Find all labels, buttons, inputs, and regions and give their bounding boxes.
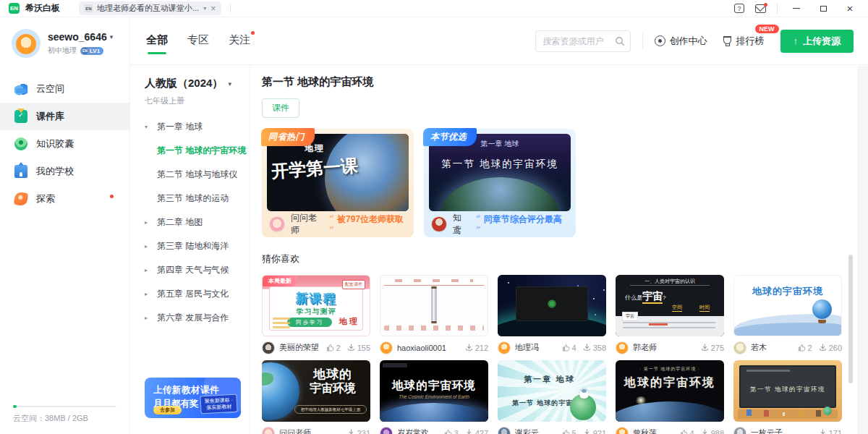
tree-section-1-3[interactable]: 第三节 地球的运动 — [157, 192, 250, 205]
author-name[interactable]: 问问老师 — [291, 212, 323, 237]
resource-card[interactable]: · 第一节 地球的宇宙环境 · 地球的宇宙环境 曾秋萍 4 988 — [616, 360, 724, 434]
tree-chapter-5[interactable]: ▸ 第五章 居民与文化 — [145, 288, 250, 300]
card-stats: 2 260 — [798, 344, 842, 352]
card-thumbnail[interactable] — [498, 275, 606, 336]
username[interactable]: seewo_6646 ▾ — [48, 31, 113, 43]
download-icon — [701, 429, 709, 434]
sidebar-item-courseware-library[interactable]: 课件库 — [0, 103, 129, 130]
card-stats: 275 — [701, 344, 724, 352]
resource-card[interactable]: 本周最新 配套课件 新课程 学习与测评 同步学习 地理 美丽的荣望 — [262, 275, 370, 355]
chevron-right-icon: ▸ — [145, 267, 150, 273]
author-name[interactable]: haoxiaoli0001 — [397, 344, 446, 352]
card-thumbnail[interactable]: 地球的宇宙环境 — [733, 275, 842, 336]
author-name[interactable]: 谢彩云 — [515, 427, 539, 434]
author-name[interactable]: 问问老师 — [279, 427, 311, 434]
author-name[interactable]: 一枚云子 — [751, 427, 783, 434]
card-stats: 3 427 — [444, 429, 488, 434]
mail-icon[interactable] — [755, 4, 766, 13]
main-content: 第一节 地球的宇宙环境 课件 同省热门 地理 开学第一课 问问老师 — [250, 65, 868, 434]
header-divider — [642, 33, 643, 49]
help-icon[interactable]: ? — [734, 4, 744, 13]
tab-zone[interactable]: 专区 — [187, 33, 209, 48]
tree-section-1-2[interactable]: 第二节 地球与地球仪 — [157, 169, 250, 181]
author-avatar[interactable] — [262, 341, 275, 354]
promo-banner[interactable]: 上传新教材课件 月月都有奖！ 去参加 聚焦新课标 · 落实新教材 — [145, 378, 241, 418]
cloud-icon — [14, 82, 27, 95]
author-avatar[interactable] — [431, 216, 447, 232]
chevron-right-icon: ▸ — [145, 315, 150, 321]
tab-following[interactable]: 关注 — [229, 33, 250, 48]
close-button[interactable]: × — [842, 2, 858, 15]
card-thumbnail[interactable]: 地球的宇宙环境 The Cosmic Environment of Earth — [380, 360, 488, 422]
earth-graphic — [616, 401, 724, 422]
card-thumbnail[interactable]: 一、人类对宇宙的认识 什么是宇宙? 空间 时间 宇宙 — [616, 275, 724, 336]
author-name[interactable]: 若木 — [751, 342, 767, 353]
resource-card[interactable]: 地球的宇宙环境 若木 2 260 — [733, 275, 842, 355]
card-thumbnail[interactable]: 第一节 地球的宇宙环境 — [733, 360, 842, 422]
download-count: 988 — [701, 429, 724, 434]
notification-dot — [251, 31, 255, 35]
author-avatar[interactable] — [733, 341, 746, 354]
author-avatar[interactable] — [380, 427, 393, 434]
vertical-scrollbar[interactable] — [848, 255, 853, 383]
resource-card[interactable]: 第一章 地球 第一节 地球的宇宙环境 谢彩云 5 921 — [498, 360, 606, 434]
author-name[interactable]: 知鸢 — [453, 212, 470, 237]
author-avatar[interactable] — [616, 427, 629, 434]
author-name[interactable]: 地理冯 — [515, 342, 539, 353]
card-thumbnail[interactable]: · 第一节 地球的宇宙环境 · 地球的宇宙环境 — [616, 360, 724, 422]
document-tab[interactable]: EN 地理老师必看的互动课堂小... ▾ × — [79, 1, 221, 15]
maximize-button[interactable] — [815, 2, 831, 15]
author-avatar[interactable] — [269, 216, 285, 232]
user-avatar[interactable] — [12, 29, 41, 58]
tree-chapter-4[interactable]: ▸ 第四章 天气与气候 — [145, 264, 250, 276]
tree-chapter-3[interactable]: ▸ 第三章 陆地和海洋 — [145, 240, 250, 252]
author-name[interactable]: 美丽的荣望 — [279, 342, 319, 353]
featured-card-top-pick[interactable]: 本节优选 第一章 地球 第一节 地球的宇宙环境 知鸢 同章节综合评分最高 — [424, 129, 576, 237]
author-avatar[interactable] — [262, 427, 275, 434]
card-thumbnail[interactable]: 第一章 地球 第一节 地球的宇宙环境 — [498, 360, 606, 422]
creator-center-button[interactable]: 创作中心 — [655, 35, 707, 48]
ranking-button[interactable]: 排行榜 NEW — [722, 35, 765, 48]
resource-card[interactable]: haoxiaoli0001 212 — [380, 275, 488, 355]
author-name[interactable]: 郭老师 — [633, 342, 657, 353]
sidebar-item-explore[interactable]: 探索 — [0, 185, 129, 213]
tab-close-icon[interactable]: × — [210, 4, 216, 13]
sidebar-item-knowledge-capsule[interactable]: 知识胶囊 — [0, 130, 129, 158]
edition-selector[interactable]: 人教版（2024） ▾ — [145, 77, 250, 90]
upload-resource-button[interactable]: ↑ 上传资源 — [780, 30, 854, 53]
tree-chapter-2[interactable]: ▸ 第二章 地图 — [145, 216, 250, 229]
filter-tag-courseware[interactable]: 课件 — [262, 98, 299, 118]
notification-dot — [764, 3, 767, 7]
author-avatar[interactable] — [616, 341, 629, 354]
resource-card[interactable]: 地球的宇宙环境 The Cosmic Environment of Earth … — [380, 360, 488, 434]
titlebar-divider — [777, 4, 778, 14]
featured-card-hot[interactable]: 同省热门 地理 开学第一课 问问老师 被797位老师获取 — [262, 129, 414, 237]
tab-all[interactable]: 全部 — [146, 33, 168, 48]
tree-chapter-6[interactable]: ▸ 第六章 发展与合作 — [145, 312, 250, 324]
resource-card[interactable]: 地球的 宇宙环境 初中地理人教版新教材七年级上册 问问老师 231 — [262, 360, 370, 434]
card-stats: 4 988 — [680, 429, 724, 434]
author-avatar[interactable] — [380, 341, 393, 354]
card-thumbnail[interactable] — [380, 275, 488, 336]
author-avatar[interactable] — [498, 341, 511, 354]
sidebar-item-my-school[interactable]: 我的学校 — [0, 158, 129, 185]
author-avatar[interactable] — [498, 427, 511, 434]
download-count: 921 — [583, 429, 606, 434]
sidebar-item-cloud-space[interactable]: 云空间 — [0, 75, 129, 103]
resource-card[interactable]: 第一节 地球的宇宙环境 一枚云子 171 — [733, 360, 842, 434]
author-name[interactable]: 岁岁常欢 — [397, 427, 429, 434]
resource-card[interactable]: 地理冯 4 358 — [498, 275, 606, 355]
minimize-button[interactable] — [788, 2, 804, 15]
tree-chapter-1[interactable]: ▾ 第一章 地球 — [145, 121, 250, 133]
tree-section-1-1[interactable]: 第一节 地球的宇宙环境 — [157, 145, 250, 157]
author-name[interactable]: 曾秋萍 — [633, 427, 657, 434]
banner-join-button[interactable]: 去参加 — [153, 406, 182, 414]
resource-card[interactable]: 一、人类对宇宙的认识 什么是宇宙? 空间 时间 宇宙 郭老 — [616, 275, 724, 355]
card-thumbnail[interactable]: 本周最新 配套课件 新课程 学习与测评 同步学习 地理 — [262, 275, 370, 336]
user-subject: 初中地理 — [48, 46, 77, 56]
author-avatar[interactable] — [733, 427, 746, 434]
app-name: 希沃白板 — [25, 2, 60, 14]
caret-down-icon[interactable]: ▾ — [203, 5, 206, 12]
card-thumbnail[interactable]: 地球的 宇宙环境 初中地理人教版新教材七年级上册 — [262, 360, 370, 422]
search-icon[interactable] — [615, 36, 625, 46]
